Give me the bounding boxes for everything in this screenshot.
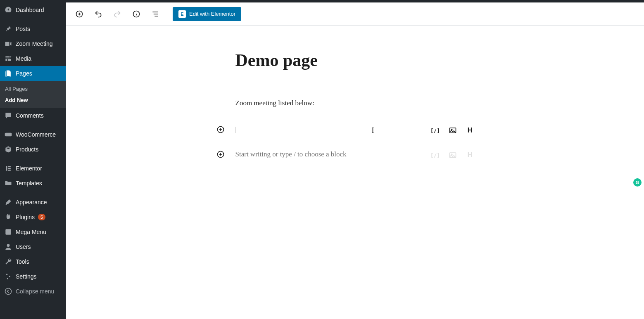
elementor-button-label: Edit with Elementor	[189, 11, 235, 17]
sidebar-item-label: Collapse menu	[16, 288, 54, 295]
redo-button[interactable]	[110, 7, 125, 21]
sliders-icon	[4, 272, 12, 281]
editor-canvas: Demo page Zoom meeting listed below: I […	[66, 26, 644, 319]
elementor-icon	[4, 164, 12, 172]
editor-area: E Edit with Elementor Demo page Zoom mee…	[66, 2, 644, 319]
sidebar-item-zoom-meeting[interactable]: Zoom Meeting	[0, 36, 66, 51]
empty-block-row-placeholder: Start writing or type / to choose a bloc…	[235, 149, 475, 162]
sidebar-item-label: Products	[16, 146, 38, 153]
sidebar-item-label: Settings	[16, 273, 37, 280]
sidebar-item-label: Pages	[16, 70, 32, 77]
sidebar-item-label: WooCommerce	[16, 131, 56, 138]
sidebar-item-label: Zoom Meeting	[16, 40, 52, 47]
svg-point-5	[7, 278, 8, 279]
wrench-icon	[4, 258, 12, 266]
shortcode-block-icon[interactable]: [/]	[430, 125, 440, 135]
paragraph-block[interactable]: Zoom meeting listed below:	[235, 99, 475, 107]
brush-icon	[4, 198, 12, 206]
inline-add-block-button[interactable]	[216, 125, 226, 135]
plug-icon	[4, 213, 12, 221]
megamenu-icon	[4, 228, 12, 236]
sidebar-item-label: Plugins	[16, 214, 35, 220]
submenu-item-all-pages[interactable]: All Pages	[0, 83, 66, 95]
sidebar-item-media[interactable]: Media	[0, 51, 66, 66]
inline-add-block-button[interactable]	[216, 149, 226, 159]
sidebar-item-comments[interactable]: Comments	[0, 108, 66, 123]
pages-icon	[4, 69, 12, 78]
sidebar-item-label: Media	[16, 55, 31, 62]
sidebar-item-woocommerce[interactable]: WooCommerce	[0, 127, 66, 142]
svg-rect-0	[5, 133, 12, 136]
sidebar-item-settings[interactable]: Settings	[0, 269, 66, 284]
woocommerce-icon	[4, 130, 12, 139]
sidebar-item-label: Comments	[16, 112, 44, 119]
heading-block-icon[interactable]: H	[465, 125, 475, 135]
svg-rect-1	[5, 229, 11, 234]
sidebar-item-dashboard[interactable]: Dashboard	[0, 2, 66, 17]
user-icon	[4, 243, 12, 251]
svg-point-2	[7, 244, 10, 247]
comment-icon	[4, 111, 12, 120]
document: Demo page Zoom meeting listed below: I […	[227, 26, 483, 198]
box-icon	[4, 145, 12, 154]
heading-block-icon[interactable]: H	[465, 150, 475, 160]
sidebar-item-tools[interactable]: Tools	[0, 254, 66, 269]
plugins-update-badge: 5	[38, 214, 45, 220]
block-text-input[interactable]	[235, 125, 430, 135]
info-button[interactable]	[129, 7, 144, 21]
sidebar-item-collapse[interactable]: Collapse menu	[0, 284, 66, 299]
svg-point-3	[6, 274, 7, 275]
main-layout: Dashboard Posts Zoom Meeting Media Page	[0, 2, 644, 319]
block-type-suggestions-dim: [/] H	[430, 150, 475, 160]
pin-icon	[4, 25, 12, 33]
sidebar-item-label: Tools	[16, 258, 29, 265]
edit-with-elementor-button[interactable]: E Edit with Elementor	[173, 7, 241, 21]
undo-button[interactable]	[91, 7, 106, 21]
folder-icon	[4, 179, 12, 187]
empty-block-row-active: I [/] H	[235, 124, 475, 137]
sidebar-item-plugins[interactable]: Plugins 5	[0, 210, 66, 224]
sidebar-submenu-pages: All Pages Add New	[0, 81, 66, 108]
outline-button[interactable]	[148, 7, 163, 21]
block-placeholder-text[interactable]: Start writing or type / to choose a bloc…	[235, 150, 430, 160]
collapse-icon	[4, 287, 12, 295]
svg-point-6	[5, 288, 12, 295]
sidebar-item-label: Posts	[16, 26, 30, 32]
sidebar-item-templates[interactable]: Templates	[0, 176, 66, 191]
sidebar-item-label: Users	[16, 243, 31, 250]
sidebar-item-label: Elementor	[16, 165, 42, 172]
gauge-icon	[4, 6, 12, 14]
submenu-item-add-new[interactable]: Add New	[0, 95, 66, 106]
editor-toolbar: E Edit with Elementor	[66, 2, 644, 26]
block-type-suggestions: [/] H	[430, 125, 475, 135]
page-title[interactable]: Demo page	[235, 50, 475, 70]
sidebar-item-elementor[interactable]: Elementor	[0, 161, 66, 176]
elementor-logo-icon: E	[178, 10, 186, 18]
video-icon	[4, 40, 12, 48]
svg-point-4	[9, 276, 10, 277]
sidebar-item-products[interactable]: Products	[0, 142, 66, 157]
sidebar-item-label: Mega Menu	[16, 229, 46, 235]
sidebar-item-appearance[interactable]: Appearance	[0, 195, 66, 210]
sidebar-item-label: Dashboard	[16, 7, 44, 13]
add-block-button[interactable]	[72, 7, 87, 21]
sidebar-item-posts[interactable]: Posts	[0, 21, 66, 36]
media-icon	[4, 54, 12, 63]
sidebar-item-users[interactable]: Users	[0, 239, 66, 254]
image-block-icon[interactable]	[448, 150, 458, 160]
shortcode-block-icon[interactable]: [/]	[430, 150, 440, 160]
sidebar-item-label: Templates	[16, 180, 42, 187]
admin-sidebar: Dashboard Posts Zoom Meeting Media Page	[0, 2, 66, 319]
sidebar-item-pages[interactable]: Pages	[0, 66, 66, 81]
sidebar-item-label: Appearance	[16, 199, 47, 206]
grammarly-indicator-icon[interactable]: G	[633, 178, 642, 187]
sidebar-item-mega-menu[interactable]: Mega Menu	[0, 224, 66, 239]
image-block-icon[interactable]	[448, 125, 458, 135]
